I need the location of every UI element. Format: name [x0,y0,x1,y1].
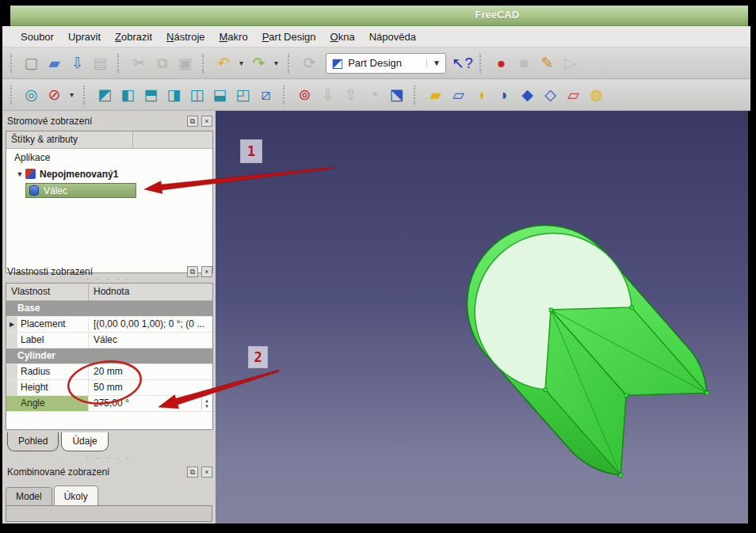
whats-this-icon[interactable]: ↖? [452,52,473,74]
macro-stop-icon[interactable]: ■ [514,52,535,74]
properties-tab-bar: PohledÚdaje [7,432,111,451]
fit-all-icon[interactable]: ◎ [21,84,42,106]
tab--koly[interactable]: Úkoly [54,485,98,505]
view-rear-icon[interactable]: ◫ [186,84,208,106]
menu-upravit[interactable]: Upravit [61,28,108,46]
left-dock: Stromové zobrazení ⧉ × Štítky & atributy… [2,111,216,523]
measure-distance-icon[interactable]: ⧄ [255,84,277,106]
fillet-icon[interactable]: ◆ [517,84,538,106]
window-title: FreeCAD [475,9,520,21]
expander-icon[interactable]: ▶ [6,317,17,332]
close-panel-icon[interactable]: × [201,266,212,277]
save-file-icon[interactable]: ⇩ [67,52,88,74]
splitter-handle[interactable]: · · · · · [86,453,132,463]
property-group-cylinder: Cylinder [6,348,212,364]
undo-dropdown-icon[interactable]: ▾ [236,52,246,74]
pocket-icon[interactable]: ▱ [448,84,469,106]
property-row-label[interactable]: LabelVálec [6,333,212,348]
menu-part-design[interactable]: Part Design [255,28,323,46]
undo-icon[interactable]: ↶ [213,52,235,74]
new-file-icon[interactable]: ▢ [21,52,42,74]
redo-dropdown-icon[interactable]: ▾ [271,52,281,74]
tree-column-label: Štítky & atributy [6,131,133,148]
float-panel-icon[interactable]: ⧉ [187,116,198,127]
view-bottom-icon[interactable]: ⬓ [209,84,231,106]
property-value[interactable]: 50 mm [89,380,212,395]
properties-panel-title: Vlastnosti zobrazení [7,266,184,277]
tree-document-row[interactable]: ▼ Nepojmenovaný1 [6,166,212,182]
import-sketch-icon[interactable]: ⇩ [317,84,338,106]
tree-column-header[interactable]: Štítky & atributy [6,131,212,149]
expander-icon[interactable]: ▼ [14,170,25,178]
property-value[interactable]: [(0,00 0,00 1,00); 0 °; (0 ... [89,317,212,332]
tab--daje[interactable]: Údaje [61,432,108,451]
primitives-icon[interactable]: ◍ [586,84,607,106]
macro-edit-icon[interactable]: ✎ [536,52,558,74]
revolution-icon[interactable]: ◖ [471,84,492,106]
view-right-icon[interactable]: ◨ [163,84,185,106]
title-bar[interactable]: FreeCAD [10,6,748,26]
chevron-down-icon[interactable]: ▼ [426,59,441,67]
paste-icon[interactable]: ▣ [174,52,196,74]
view-sketch-icon[interactable]: ◔ [363,84,384,106]
property-value[interactable]: 275,00 °▲▼ [89,396,212,411]
cylinder-icon [29,185,39,196]
redo-icon[interactable]: ↷ [248,52,269,74]
tree-view: Štítky & atributy Aplikace ▼ Nepojmenova… [6,131,213,273]
view-axonometric-icon[interactable]: ◩ [94,84,116,106]
workbench-selector[interactable]: ◩ Part Design ▼ [326,53,446,74]
close-panel-icon[interactable]: × [201,466,212,478]
draw-style-dropdown-icon[interactable]: ▾ [67,84,77,106]
tree-item-row[interactable]: Válec [6,182,212,199]
toolbar-drag-handle[interactable] [10,86,15,105]
document-icon [25,169,36,179]
float-panel-icon[interactable]: ⧉ [187,466,198,478]
view-top-icon[interactable]: ⬒ [140,84,162,106]
tree-panel-header: Stromové zobrazení ⧉ × [7,113,212,129]
view-front-icon[interactable]: ◧ [117,84,139,106]
property-name: Angle [17,396,89,411]
row-gutter [6,364,17,379]
menu-soubor[interactable]: Soubor [13,28,61,46]
view-left-icon[interactable]: ◰ [232,84,254,106]
export-sketch-icon[interactable]: ⇧ [340,84,361,106]
draft-icon[interactable]: ▱ [563,84,584,106]
tab-pohled[interactable]: Pohled [7,432,59,451]
menu-n-stroje[interactable]: Nástroje [159,28,212,46]
tree-root-row[interactable]: Aplikace [6,149,212,166]
group-label: Base [6,301,44,316]
menu-n-pov-da[interactable]: Nápověda [362,28,423,46]
property-name: Radius [17,364,89,379]
combined-tab-bar: ModelÚkoly [6,483,100,505]
property-value[interactable]: 20 mm [89,364,212,379]
property-value[interactable]: Válec [89,333,212,348]
property-row-radius[interactable]: Radius20 mm [6,364,212,380]
cut-icon[interactable]: ✂ [128,52,150,74]
macro-play-icon[interactable]: ▷ [559,52,581,74]
spinner-arrows[interactable]: ▲▼ [201,397,212,410]
new-sketch-icon[interactable]: ⊚ [294,84,315,106]
close-panel-icon[interactable]: × [201,116,212,127]
chamfer-icon[interactable]: ◇ [540,84,561,106]
toolbar-drag-handle[interactable] [10,54,15,73]
copy-icon[interactable]: ⧉ [151,52,173,74]
properties-column-headers[interactable]: Vlastnost Hodnota [6,284,212,301]
macro-record-icon[interactable]: ● [491,52,512,74]
3d-viewport[interactable] [216,111,748,523]
tree-item-valec-selected[interactable]: Válec [25,183,136,198]
property-row-angle[interactable]: Angle275,00 °▲▼ [6,396,212,412]
menu-okna[interactable]: Okna [323,28,362,46]
refresh-icon[interactable]: ⟳ [299,52,320,74]
open-folder-icon[interactable]: ▰ [44,52,65,74]
property-row-placement[interactable]: ▶Placement[(0,00 0,00 1,00); 0 °; (0 ... [6,317,212,333]
print-icon[interactable]: ▤ [90,52,111,74]
menu-makro[interactable]: Makro [212,28,255,46]
map-sketch-icon[interactable]: ⬔ [386,84,407,106]
draw-style-icon[interactable]: ⊘ [44,84,65,106]
pad-icon[interactable]: ▰ [425,84,446,106]
float-panel-icon[interactable]: ⧉ [187,266,198,277]
groove-icon[interactable]: ◗ [494,84,515,106]
property-row-height[interactable]: Height50 mm [6,380,212,396]
tab-model[interactable]: Model [6,487,52,505]
menu-zobrazit[interactable]: Zobrazit [108,28,159,46]
